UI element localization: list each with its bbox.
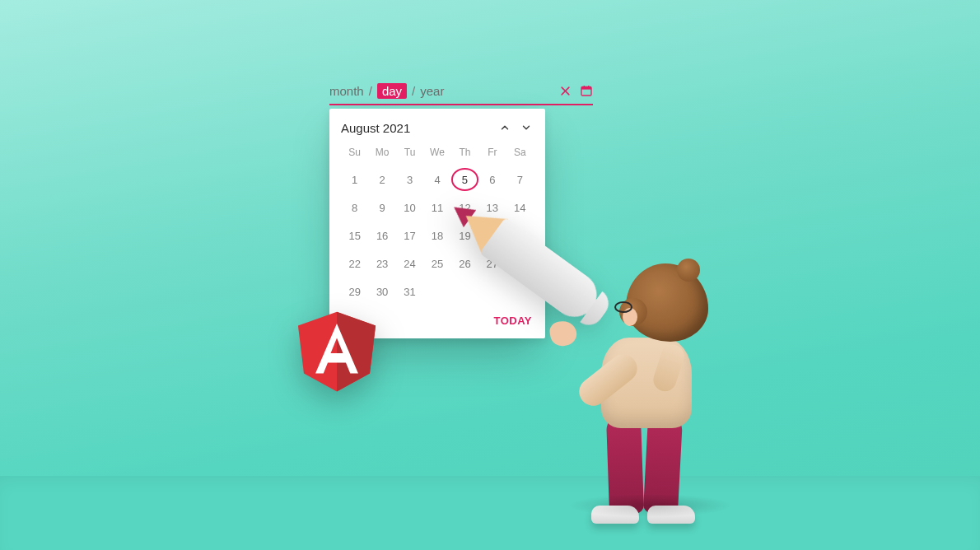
calendar-header: August 2021 — [341, 120, 534, 135]
person-illustration — [519, 222, 733, 519]
calendar-icon[interactable] — [580, 84, 593, 97]
floor — [0, 476, 980, 550]
person-shadow — [568, 494, 733, 517]
close-icon[interactable] — [559, 85, 572, 97]
day-cell[interactable]: 30 — [368, 280, 395, 303]
day-of-week: Tu — [396, 143, 423, 163]
day-cell[interactable]: 7 — [506, 168, 534, 191]
day-cell[interactable]: 23 — [368, 252, 395, 275]
angular-logo-icon — [292, 301, 382, 399]
day-cell[interactable]: 25 — [423, 252, 450, 275]
day-cell[interactable]: 22 — [341, 252, 368, 275]
segment-day[interactable]: day — [377, 83, 407, 99]
segment-month[interactable]: month — [329, 84, 364, 98]
chevron-up-icon[interactable] — [497, 120, 512, 135]
calendar-title[interactable]: August 2021 — [341, 121, 410, 135]
day-cell[interactable]: 31 — [396, 280, 423, 303]
separator: / — [412, 84, 415, 98]
day-cell[interactable]: 4 — [423, 168, 450, 191]
segment-year[interactable]: year — [420, 84, 444, 98]
day-of-week: We — [423, 143, 450, 163]
day-cell[interactable]: 2 — [368, 168, 395, 191]
date-input[interactable]: month / day / year — [329, 77, 593, 105]
day-cell[interactable]: 10 — [396, 196, 423, 219]
day-cell[interactable]: 6 — [478, 168, 506, 191]
day-cell[interactable]: 17 — [396, 224, 423, 247]
day-cell[interactable]: 29 — [341, 280, 368, 303]
day-cell[interactable]: 15 — [341, 224, 368, 247]
day-cell[interactable]: 3 — [396, 168, 423, 191]
day-of-week: Sa — [506, 143, 534, 163]
day-of-week: Su — [341, 143, 368, 163]
day-cell[interactable]: 24 — [396, 252, 423, 275]
illustration-stage: month / day / year August 2021 SuMoTuWeT… — [0, 0, 980, 550]
day-of-week: Fr — [478, 143, 506, 163]
day-cell[interactable]: 8 — [341, 196, 368, 219]
chevron-down-icon[interactable] — [519, 120, 534, 135]
day-cell[interactable]: 1 — [341, 168, 368, 191]
day-of-week: Th — [451, 143, 478, 163]
day-cell[interactable]: 16 — [368, 224, 395, 247]
day-cell[interactable]: 9 — [368, 196, 395, 219]
svg-rect-3 — [581, 86, 591, 89]
separator: / — [369, 84, 372, 98]
day-of-week: Mo — [368, 143, 395, 163]
